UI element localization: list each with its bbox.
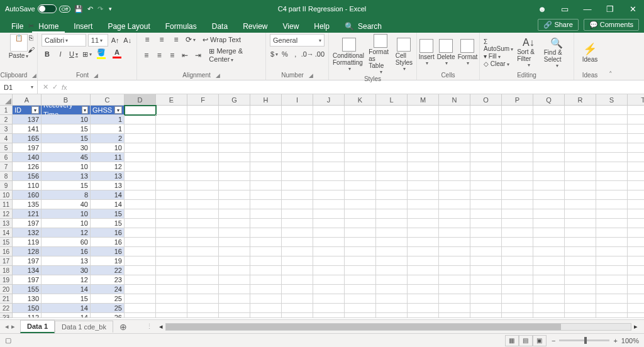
- cell[interactable]: [596, 172, 628, 181]
- cell[interactable]: [219, 200, 250, 209]
- cell[interactable]: 130: [13, 294, 42, 304]
- column-header-I[interactable]: I: [282, 94, 313, 105]
- cell[interactable]: [628, 238, 644, 247]
- cell[interactable]: [408, 115, 439, 124]
- tab-home[interactable]: Home: [32, 19, 65, 33]
- cell[interactable]: [345, 294, 376, 304]
- cell[interactable]: [533, 294, 565, 304]
- cell[interactable]: [376, 285, 408, 294]
- sheet-nav-next-icon[interactable]: ▸: [11, 322, 15, 331]
- clipboard-launcher[interactable]: ◢: [32, 72, 36, 79]
- cell[interactable]: [187, 162, 219, 172]
- cell[interactable]: [439, 275, 470, 285]
- tab-view[interactable]: View: [277, 19, 306, 33]
- cell[interactable]: [313, 294, 345, 304]
- cell[interactable]: 14: [91, 190, 125, 200]
- cell[interactable]: [125, 304, 156, 313]
- cell[interactable]: [376, 172, 408, 181]
- cell[interactable]: [470, 313, 502, 318]
- cell[interactable]: [125, 247, 156, 256]
- insert-cells-button[interactable]: Insert▾: [419, 39, 435, 66]
- cell[interactable]: [313, 285, 345, 294]
- cell[interactable]: 13: [91, 172, 125, 181]
- cell[interactable]: [250, 304, 282, 313]
- cell[interactable]: [282, 256, 313, 266]
- cell[interactable]: [156, 209, 187, 219]
- cell[interactable]: 155: [13, 285, 42, 294]
- cell[interactable]: 10: [42, 115, 91, 124]
- cell[interactable]: [187, 190, 219, 200]
- tab-help[interactable]: Help: [308, 19, 336, 33]
- cell[interactable]: 15: [42, 134, 91, 143]
- cell[interactable]: [125, 134, 156, 143]
- column-header-Q[interactable]: Q: [533, 94, 565, 105]
- search-box[interactable]: 🔍Search: [338, 19, 388, 33]
- cell[interactable]: [282, 285, 313, 294]
- page-break-view-icon[interactable]: ▣: [533, 335, 547, 346]
- cell[interactable]: [502, 134, 533, 143]
- customize-qat[interactable]: ▾: [107, 3, 113, 15]
- cell[interactable]: [628, 294, 644, 304]
- cell[interactable]: [408, 294, 439, 304]
- cell[interactable]: [156, 285, 187, 294]
- row-header[interactable]: 18: [0, 266, 13, 275]
- cell[interactable]: [470, 143, 502, 153]
- maximize-button[interactable]: ❐: [599, 0, 621, 18]
- cell[interactable]: [502, 115, 533, 124]
- conditional-formatting-button[interactable]: Conditional Formatting▾: [333, 38, 365, 72]
- cell[interactable]: 10: [42, 219, 91, 228]
- cell[interactable]: [533, 134, 565, 143]
- cell[interactable]: [533, 304, 565, 313]
- ribbon-options-icon[interactable]: ▭: [553, 0, 576, 18]
- delete-cells-button[interactable]: Delete▾: [437, 39, 455, 66]
- cell[interactable]: [156, 134, 187, 143]
- cell[interactable]: [282, 313, 313, 318]
- cell[interactable]: [187, 200, 219, 209]
- cell[interactable]: [156, 153, 187, 162]
- row-header[interactable]: 3: [0, 124, 13, 134]
- clear-button[interactable]: ◇ Clear▾: [484, 60, 513, 67]
- cell[interactable]: [596, 115, 628, 124]
- cell[interactable]: [533, 181, 565, 190]
- cell[interactable]: 10: [42, 209, 91, 219]
- cell[interactable]: [502, 200, 533, 209]
- column-header-K[interactable]: K: [345, 94, 376, 105]
- cell[interactable]: [408, 238, 439, 247]
- cell[interactable]: 12: [91, 162, 125, 172]
- cell[interactable]: [408, 266, 439, 275]
- font-launcher[interactable]: ◢: [94, 72, 98, 79]
- cell-styles-button[interactable]: Cell Styles▾: [396, 38, 413, 72]
- cell[interactable]: [596, 304, 628, 313]
- zoom-level[interactable]: 100%: [621, 337, 639, 344]
- cell[interactable]: [470, 200, 502, 209]
- column-header-T[interactable]: T: [628, 94, 644, 105]
- cell[interactable]: [187, 106, 219, 115]
- orientation-icon[interactable]: ⟳▾: [184, 34, 197, 45]
- column-header-L[interactable]: L: [376, 94, 408, 105]
- cell[interactable]: [408, 172, 439, 181]
- cell[interactable]: [250, 275, 282, 285]
- cell[interactable]: [533, 172, 565, 181]
- cell[interactable]: 112: [13, 313, 42, 318]
- cell[interactable]: [376, 228, 408, 238]
- cell[interactable]: [565, 238, 596, 247]
- cell[interactable]: [470, 106, 502, 115]
- cell[interactable]: [187, 134, 219, 143]
- cell[interactable]: [470, 247, 502, 256]
- column-header-O[interactable]: O: [470, 94, 502, 105]
- cell[interactable]: [439, 313, 470, 318]
- cell[interactable]: [345, 172, 376, 181]
- cell[interactable]: [565, 313, 596, 318]
- cell[interactable]: [533, 285, 565, 294]
- cell[interactable]: [502, 228, 533, 238]
- cell[interactable]: [502, 153, 533, 162]
- cell[interactable]: [565, 275, 596, 285]
- cell[interactable]: [250, 285, 282, 294]
- cell[interactable]: [533, 200, 565, 209]
- cell[interactable]: [439, 285, 470, 294]
- cell[interactable]: [596, 228, 628, 238]
- cell[interactable]: 8: [42, 190, 91, 200]
- cell[interactable]: [125, 294, 156, 304]
- cancel-formula-icon[interactable]: ✕: [43, 83, 48, 91]
- cell[interactable]: [345, 209, 376, 219]
